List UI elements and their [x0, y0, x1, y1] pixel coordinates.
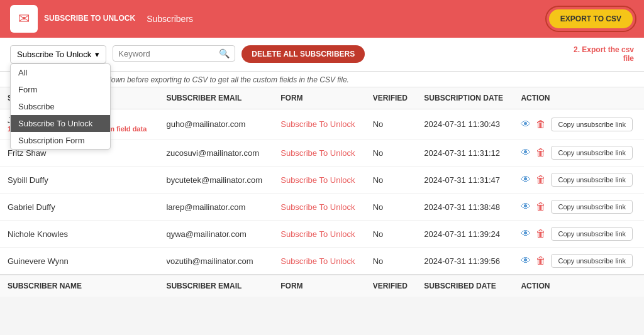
cell-date: 2024-07-31 11:31:47 [416, 167, 513, 194]
col-date: SUBSCRIPTION DATE [416, 87, 513, 109]
action-icons: 👁🗑Copy unsubscribe link [521, 146, 636, 160]
delete-icon[interactable]: 🗑 [536, 119, 546, 130]
col-verified: VERIFIED [365, 87, 417, 109]
form-link[interactable]: Subscribe To Unlock [280, 256, 355, 266]
cell-action: 👁🗑Copy unsubscribe link [513, 221, 644, 248]
cell-email: qywa@mailinator.com [158, 221, 273, 248]
footer-col-form: FORM [273, 275, 365, 297]
cell-email: guho@mailinator.com [158, 109, 273, 140]
cell-action: 👁🗑Copy unsubscribe link [513, 248, 644, 275]
logo-box: ✉ [10, 5, 38, 33]
cell-action: 👁🗑Copy unsubscribe link [513, 140, 644, 167]
cell-verified: No [365, 248, 417, 275]
action-icons: 👁🗑Copy unsubscribe link [521, 200, 636, 214]
footer-col-name: SUBSCRIBER NAME [0, 275, 158, 297]
table-row: Guinevere Wynnvozutih@mailinator.comSubs… [0, 248, 644, 275]
form-link[interactable]: Subscribe To Unlock [280, 119, 355, 129]
col-email: SUBSCRIBER EMAIL [158, 87, 273, 109]
cell-date: 2024-07-31 11:39:24 [416, 221, 513, 248]
cell-verified: No [365, 167, 417, 194]
form-link[interactable]: Subscribe To Unlock [280, 202, 355, 212]
header-title: SUBSCRIBE TO UNLOCK [44, 14, 135, 24]
cell-verified: No [365, 221, 417, 248]
copy-unsubscribe-button[interactable]: Copy unsubscribe link [551, 146, 633, 160]
delete-icon[interactable]: 🗑 [536, 174, 546, 185]
delete-icon[interactable]: 🗑 [536, 201, 546, 212]
cell-email: vozutih@mailinator.com [158, 248, 273, 275]
view-icon[interactable]: 👁 [521, 228, 531, 239]
dropdown-option-all[interactable]: All [11, 64, 110, 81]
form-link[interactable]: Subscribe To Unlock [280, 229, 355, 239]
cell-name: Sybill Duffy [0, 167, 158, 194]
cell-form[interactable]: Subscribe To Unlock [273, 109, 365, 140]
table-row: Sybill Duffybycutetek@mailinator.comSubs… [0, 167, 644, 194]
cell-form[interactable]: Subscribe To Unlock [273, 167, 365, 194]
toolbar: Subscribe To Unlock ▾ All Form Subscribe… [0, 38, 644, 72]
cell-verified: No [365, 194, 417, 221]
cell-form[interactable]: Subscribe To Unlock [273, 194, 365, 221]
footer-col-verified: VERIFIED [365, 275, 417, 297]
cell-date: 2024-07-31 11:39:56 [416, 248, 513, 275]
footer-col-email: SUBSCRIBER EMAIL [158, 275, 273, 297]
action-icons: 👁🗑Copy unsubscribe link [521, 118, 636, 131]
dropdown-option-subscribe-to-unlock[interactable]: Subscribe To Unlock [11, 115, 110, 132]
form-link[interactable]: Subscribe To Unlock [280, 148, 355, 158]
cell-action: 👁🗑Copy unsubscribe link [513, 167, 644, 194]
cell-name: Nichole Knowles [0, 221, 158, 248]
cell-action: 👁🗑Copy unsubscribe link [513, 109, 644, 140]
mail-icon: ✉ [18, 11, 30, 27]
dropdown-menu: All Form Subscribe Subscribe To Unlock S… [10, 63, 111, 150]
footer-col-action: ACTION [513, 275, 644, 297]
col-action: ACTION [513, 87, 644, 109]
delete-all-button[interactable]: DELETE ALL SUBSCRIBERS [242, 45, 365, 63]
export-csv-button[interactable]: EXPORT TO CSV [548, 8, 634, 30]
export-hint: 2. Export the csv file [574, 45, 634, 63]
view-icon[interactable]: 👁 [521, 255, 531, 266]
dropdown-option-form[interactable]: Form [11, 81, 110, 98]
delete-icon[interactable]: 🗑 [536, 147, 546, 158]
table-footer: SUBSCRIBER NAME SUBSCRIBER EMAIL FORM VE… [0, 275, 644, 297]
cell-date: 2024-07-31 11:31:12 [416, 140, 513, 167]
cell-email: zucosuvi@mailinator.com [158, 140, 273, 167]
view-icon[interactable]: 👁 [521, 201, 531, 212]
cell-email: bycutetek@mailinator.com [158, 167, 273, 194]
action-icons: 👁🗑Copy unsubscribe link [521, 227, 636, 241]
action-icons: 👁🗑Copy unsubscribe link [521, 254, 636, 268]
action-icons: 👁🗑Copy unsubscribe link [521, 173, 636, 187]
copy-unsubscribe-button[interactable]: Copy unsubscribe link [551, 254, 633, 268]
copy-unsubscribe-button[interactable]: Copy unsubscribe link [551, 118, 633, 131]
col-form: FORM [273, 87, 365, 109]
copy-unsubscribe-button[interactable]: Copy unsubscribe link [551, 227, 633, 241]
cell-form[interactable]: Subscribe To Unlock [273, 221, 365, 248]
delete-icon[interactable]: 🗑 [536, 255, 546, 266]
view-icon[interactable]: 👁 [521, 147, 531, 158]
view-icon[interactable]: 👁 [521, 119, 531, 130]
search-icon[interactable]: 🔍 [219, 48, 230, 58]
view-icon[interactable]: 👁 [521, 174, 531, 185]
cell-form[interactable]: Subscribe To Unlock [273, 140, 365, 167]
footer-col-date: SUBSCRIBED DATE [416, 275, 513, 297]
cell-name: Guinevere Wynn [0, 248, 158, 275]
form-link[interactable]: Subscribe To Unlock [280, 175, 355, 185]
dropdown-arrow-icon: ▾ [95, 50, 99, 59]
search-wrapper: 🔍 [113, 45, 235, 62]
table-row: Gabriel Duffylarep@mailinator.comSubscri… [0, 194, 644, 221]
form-dropdown-wrapper: Subscribe To Unlock ▾ All Form Subscribe… [10, 45, 106, 63]
header-left: ✉ SUBSCRIBE TO UNLOCK Subscribers [10, 5, 193, 33]
dropdown-option-subscription-form[interactable]: Subscription Form [11, 132, 110, 149]
search-input[interactable] [118, 49, 219, 58]
form-dropdown[interactable]: Subscribe To Unlock ▾ [10, 45, 106, 63]
cell-email: larep@mailinator.com [158, 194, 273, 221]
cell-name: Gabriel Duffy [0, 194, 158, 221]
cell-form[interactable]: Subscribe To Unlock [273, 248, 365, 275]
dropdown-option-subscribe[interactable]: Subscribe [11, 98, 110, 115]
dropdown-selected-label: Subscribe To Unlock [17, 50, 91, 59]
delete-icon[interactable]: 🗑 [536, 228, 546, 239]
cell-date: 2024-07-31 11:38:48 [416, 194, 513, 221]
header-subtitle: Subscribers [147, 14, 193, 24]
copy-unsubscribe-button[interactable]: Copy unsubscribe link [551, 200, 633, 214]
copy-unsubscribe-button[interactable]: Copy unsubscribe link [551, 173, 633, 187]
table-row: Nichole Knowlesqywa@mailinator.comSubscr… [0, 221, 644, 248]
app-header: ✉ SUBSCRIBE TO UNLOCK Subscribers EXPORT… [0, 0, 644, 38]
cell-verified: No [365, 109, 417, 140]
